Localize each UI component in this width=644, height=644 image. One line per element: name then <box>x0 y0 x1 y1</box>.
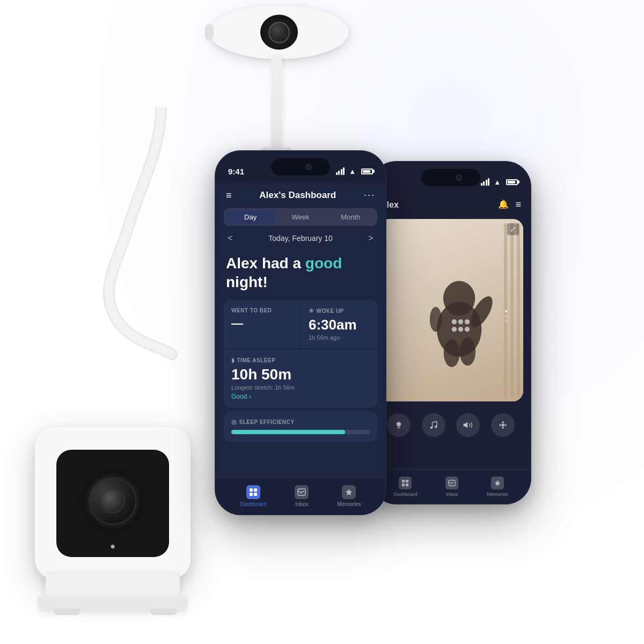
went-to-bed-label: WENT TO BED <box>231 308 292 313</box>
camera-main-foot-right <box>150 609 177 615</box>
svg-rect-2 <box>250 493 253 496</box>
svg-point-13 <box>465 327 470 332</box>
stat-went-to-bed: WENT TO BED — <box>224 300 300 348</box>
camera-controls <box>371 405 531 445</box>
stats-row-1: WENT TO BED — ☀ WOKE UP 6:30am 1h 56m ag… <box>224 300 377 348</box>
status-time: 9:41 <box>228 167 244 176</box>
bell-icon[interactable]: 🔔 <box>498 199 509 210</box>
time-asleep-label: ◗ TIME ASLEEP <box>231 357 370 364</box>
nav-memories[interactable]: Memories <box>338 485 361 507</box>
woke-up-icon: ☀ <box>309 308 314 314</box>
p2-signal-4 <box>488 178 489 186</box>
tab-month[interactable]: Month <box>326 210 376 224</box>
svg-rect-29 <box>406 484 408 486</box>
phone-1-content: ≡ Alex's Dashboard ··· Day Week Month <box>215 183 386 515</box>
baby-camera-feed[interactable]: ⤢ <box>378 219 523 401</box>
svg-point-16 <box>444 339 460 367</box>
phone-2-notch <box>421 169 480 186</box>
p2-memories-icon <box>491 477 504 489</box>
nav-inbox-icon <box>295 485 309 499</box>
crib-slat-2 <box>510 223 514 397</box>
signal-bar-3 <box>341 169 342 175</box>
battery-icon <box>361 169 373 174</box>
svg-point-7 <box>443 281 475 316</box>
sleep-efficiency-label: ◎ SLEEP EFFICIENCY <box>231 419 370 426</box>
camera-main-screen-inset <box>56 450 169 557</box>
camera-top-lens-housing <box>260 15 298 50</box>
tab-day[interactable]: Day <box>225 210 275 224</box>
svg-marker-5 <box>346 489 352 495</box>
stat-time-asleep: ◗ TIME ASLEEP 10h 50m Longest stretch: 1… <box>224 349 377 408</box>
p2-battery-icon <box>506 179 518 185</box>
p2-signal-1 <box>481 183 482 186</box>
p2-nav-dashboard[interactable]: Dashboard <box>393 477 417 497</box>
woke-up-sub: 1h 56m ago <box>309 334 370 341</box>
expand-camera-icon[interactable]: ⤢ <box>507 223 519 235</box>
baby-silhouette <box>422 255 502 383</box>
svg-point-17 <box>460 338 476 365</box>
svg-point-12 <box>458 327 463 332</box>
camera-header-icons: 🔔 ≡ <box>498 199 521 210</box>
camera-top-body <box>209 5 349 59</box>
stat-woke-up: ☀ WOKE UP 6:30am 1h 56m ago <box>301 300 377 348</box>
current-date: Today, February 10 <box>268 234 333 243</box>
inbox-icon-svg <box>297 488 306 496</box>
p2-signal-3 <box>486 180 487 186</box>
phone-1: 9:41 ▲ ≡ <box>215 150 386 515</box>
volume-control-button[interactable] <box>456 413 480 437</box>
signal-bar-4 <box>343 167 345 175</box>
woke-up-label: ☀ WOKE UP <box>309 308 370 314</box>
flower-icon <box>497 420 508 430</box>
woke-up-value: 6:30am <box>309 317 370 333</box>
music-control-button[interactable] <box>422 413 445 437</box>
signal-bar-1 <box>336 172 338 175</box>
phone-2-notch-camera <box>456 174 462 181</box>
svg-point-15 <box>430 307 442 332</box>
svg-rect-26 <box>402 480 405 482</box>
battery-fill <box>363 170 370 173</box>
phone-2-status-icons: ▲ <box>481 178 518 186</box>
phone-1-notch <box>271 158 330 175</box>
date-next-button[interactable]: > <box>364 233 377 243</box>
menu-icon[interactable]: ≡ <box>226 191 232 200</box>
photo-dot-3 <box>505 320 507 322</box>
camera-main-unit <box>21 386 209 617</box>
photo-dot-1 <box>505 310 507 312</box>
svg-point-25 <box>504 424 507 426</box>
tab-bar: Day Week Month <box>224 208 377 226</box>
nav-inbox-label: Inbox <box>295 501 308 507</box>
more-icon[interactable]: ··· <box>364 189 375 201</box>
p2-nav-memories[interactable]: Memories <box>487 477 508 497</box>
sleep-quality-link[interactable]: Good › <box>231 393 370 400</box>
tab-week[interactable]: Week <box>275 210 325 224</box>
date-prev-button[interactable]: < <box>224 233 237 243</box>
memories-icon-svg <box>345 488 353 496</box>
menu-lines-icon[interactable]: ≡ <box>515 199 521 210</box>
nav-dashboard[interactable]: Dashboard <box>240 485 267 507</box>
music-note-icon <box>428 420 439 430</box>
p2-inbox-label: Inbox <box>446 492 458 497</box>
phone-2-frame: ▲ Alex 🔔 ≡ <box>370 161 531 504</box>
scene: 9:41 ▲ ≡ <box>0 0 644 644</box>
p2-nav-inbox[interactable]: Inbox <box>445 477 458 497</box>
svg-marker-31 <box>495 480 501 486</box>
nav-memories-icon <box>342 485 356 499</box>
light-control-button[interactable] <box>387 413 411 437</box>
svg-point-8 <box>452 319 457 324</box>
app-header: ≡ Alex's Dashboard ··· <box>215 183 386 205</box>
signal-bars <box>336 167 345 175</box>
lightbulb-icon <box>393 420 404 430</box>
flower-control-button[interactable] <box>491 413 515 437</box>
camera-top-unit <box>209 5 360 80</box>
nav-inbox[interactable]: Inbox <box>295 485 309 507</box>
p2-dashboard-label: Dashboard <box>393 492 417 497</box>
camera-top-lens <box>268 21 290 43</box>
camera-main-indicator-dot <box>111 545 115 548</box>
summary-quality: good <box>305 255 342 272</box>
time-asleep-sub: Longest stretch: 1h 56m <box>231 384 370 391</box>
time-asleep-icon: ◗ <box>231 357 235 364</box>
svg-point-9 <box>458 319 463 324</box>
phone-1-notch-camera <box>305 164 312 170</box>
speaker-icon <box>463 420 473 430</box>
nav-memories-label: Memories <box>338 501 361 507</box>
